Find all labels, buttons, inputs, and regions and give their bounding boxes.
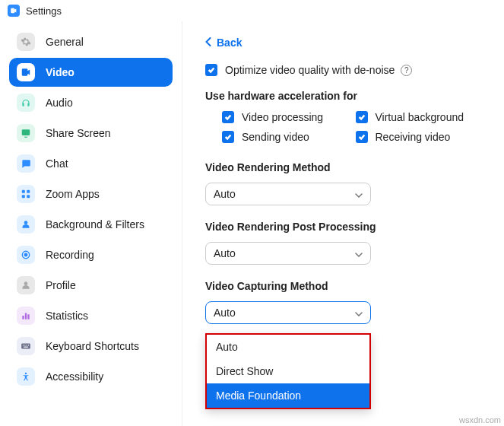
svg-rect-9 [22, 316, 24, 320]
sidebar-item-zoom-apps[interactable]: Zoom Apps [9, 180, 173, 208]
svg-point-8 [24, 281, 28, 285]
keyboard-icon [17, 337, 35, 355]
checkbox-virtual-background[interactable]: Virtual background [356, 111, 490, 123]
sidebar-item-share-screen[interactable]: Share Screen [9, 119, 173, 148]
select-value: Auto [214, 188, 236, 200]
profile-icon [17, 276, 35, 294]
checkbox-checked-icon [222, 131, 234, 143]
optimize-label: Optimize video quality with de-noise [225, 64, 395, 76]
statistics-icon [17, 307, 35, 325]
svg-rect-2 [27, 190, 30, 193]
capturing-method-select[interactable]: Auto [205, 301, 371, 324]
sidebar-item-label: Accessibility [46, 370, 103, 383]
svg-rect-0 [22, 129, 30, 135]
svg-rect-10 [25, 313, 27, 320]
watermark-text: wsxdn.com [459, 415, 501, 424]
sidebar-item-accessibility[interactable]: Accessibility [9, 362, 173, 391]
checkbox-receiving-video[interactable]: Receiving video [356, 131, 490, 143]
background-icon [17, 215, 35, 234]
dropdown-option-auto[interactable]: Auto [207, 335, 369, 359]
sidebar-item-video[interactable]: Video [9, 58, 173, 87]
svg-rect-15 [27, 345, 27, 345]
capturing-method-dropdown: Auto Direct Show Media Foundation [205, 333, 371, 409]
back-button[interactable]: Back [205, 37, 489, 49]
rendering-method-title: Video Rendering Method [205, 161, 489, 173]
back-label: Back [217, 37, 242, 49]
checkbox-checked-icon [356, 131, 368, 143]
select-value: Auto [214, 307, 236, 319]
svg-rect-14 [24, 345, 25, 345]
svg-rect-13 [23, 345, 24, 345]
info-icon[interactable]: ? [401, 65, 412, 76]
checkbox-label: Receiving video [376, 131, 451, 143]
settings-sidebar: General Video Audio Share Screen Chat [0, 21, 182, 426]
checkbox-label: Video processing [242, 111, 323, 123]
checkbox-checked-icon [205, 64, 217, 76]
sidebar-item-label: General [46, 36, 84, 48]
chat-icon [17, 154, 35, 173]
chevron-down-icon [355, 188, 363, 200]
settings-content: Back Optimize video quality with de-nois… [182, 21, 504, 426]
sidebar-item-label: Video [46, 66, 74, 78]
chevron-left-icon [205, 37, 212, 49]
chevron-down-icon [355, 307, 363, 319]
svg-rect-1 [22, 190, 25, 193]
svg-point-18 [25, 373, 27, 374]
checkbox-label: Virtual background [376, 111, 464, 123]
sidebar-item-profile[interactable]: Profile [9, 271, 173, 300]
capturing-method-title: Video Capturing Method [205, 280, 489, 292]
svg-rect-16 [28, 345, 29, 345]
chevron-down-icon [355, 247, 363, 259]
rendering-method-select[interactable]: Auto [205, 183, 371, 205]
sidebar-item-label: Chat [46, 157, 68, 170]
sidebar-item-statistics[interactable]: Statistics [9, 301, 173, 330]
sidebar-item-chat[interactable]: Chat [9, 149, 173, 178]
sidebar-item-label: Profile [46, 279, 76, 291]
window-title: Settings [26, 5, 62, 17]
sidebar-item-label: Share Screen [46, 127, 111, 139]
sidebar-item-keyboard-shortcuts[interactable]: Keyboard Shortcuts [9, 332, 173, 361]
sidebar-item-label: Recording [46, 249, 94, 261]
gear-icon [17, 33, 35, 51]
video-icon [17, 63, 35, 81]
sidebar-item-label: Background & Filters [46, 218, 144, 230]
svg-rect-3 [22, 195, 25, 198]
sidebar-item-label: Keyboard Shortcuts [46, 340, 139, 352]
svg-rect-17 [24, 347, 28, 348]
svg-rect-4 [27, 195, 30, 198]
sidebar-item-label: Audio [46, 97, 73, 109]
recording-icon [17, 246, 35, 264]
select-value: Auto [214, 247, 236, 259]
dropdown-option-direct-show[interactable]: Direct Show [207, 359, 369, 383]
sidebar-item-audio[interactable]: Audio [9, 88, 173, 117]
apps-icon [17, 185, 35, 203]
svg-point-5 [24, 221, 28, 224]
dropdown-option-media-foundation[interactable]: Media Foundation [207, 383, 369, 408]
checkbox-sending-video[interactable]: Sending video [222, 131, 356, 143]
post-processing-select[interactable]: Auto [205, 242, 371, 265]
svg-point-7 [24, 253, 27, 256]
window-titlebar: Settings [0, 0, 504, 21]
sidebar-item-recording[interactable]: Recording [9, 240, 173, 269]
share-screen-icon [17, 124, 35, 142]
svg-rect-12 [21, 344, 30, 349]
post-processing-title: Video Rendering Post Processing [205, 221, 489, 233]
sidebar-item-background-filters[interactable]: Background & Filters [9, 210, 173, 239]
accessibility-icon [17, 367, 35, 386]
checkbox-checked-icon [356, 111, 368, 123]
optimize-checkbox-row[interactable]: Optimize video quality with de-noise ? [205, 64, 489, 76]
sidebar-item-label: Statistics [46, 310, 88, 322]
sidebar-item-general[interactable]: General [9, 27, 173, 56]
hw-accel-title: Use hardware acceleration for [205, 90, 489, 102]
checkbox-checked-icon [222, 111, 234, 123]
app-icon [8, 5, 20, 17]
checkbox-video-processing[interactable]: Video processing [222, 111, 356, 123]
svg-rect-11 [27, 314, 29, 319]
sidebar-item-label: Zoom Apps [46, 188, 100, 200]
checkbox-label: Sending video [242, 131, 309, 143]
headphones-icon [17, 94, 35, 112]
